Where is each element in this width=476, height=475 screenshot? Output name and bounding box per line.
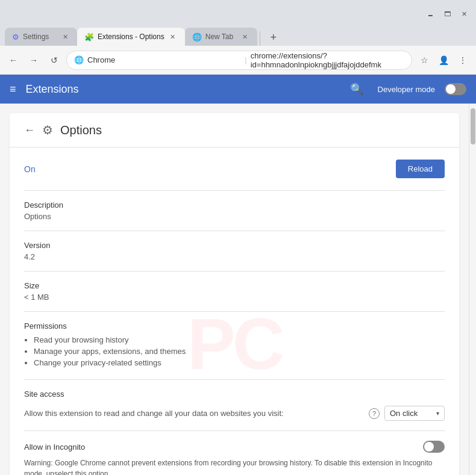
- permissions-list: Read your browsing history Manage your a…: [24, 335, 445, 367]
- menu-icon[interactable]: ≡: [10, 83, 16, 96]
- toggle-knob: [446, 84, 456, 94]
- size-row: Size < 1 MB: [24, 272, 445, 312]
- developer-mode-label: Developer mode: [378, 85, 435, 94]
- description-label: Description: [24, 200, 445, 210]
- url-protocol: Chrome: [87, 55, 241, 64]
- tab-newtab-close[interactable]: ✕: [240, 32, 250, 42]
- title-bar: 🗕 🗖 ✕: [0, 0, 476, 24]
- maximise-button[interactable]: 🗖: [440, 8, 454, 20]
- ext-tab-icon: 🧩: [84, 33, 94, 42]
- minimise-button[interactable]: 🗕: [423, 8, 437, 20]
- dropdown-arrow-icon: ▾: [436, 410, 439, 417]
- browser-frame: 🗕 🗖 ✕ ⚙ Settings ✕ 🧩 Extensions - Option…: [0, 0, 476, 475]
- site-icon: 🌐: [74, 55, 84, 65]
- incognito-row: Allow in Incognito Warning: Google Chrom…: [24, 431, 445, 475]
- extensions-title: Extensions: [26, 83, 340, 96]
- tabs-row: ⚙ Settings ✕ 🧩 Extensions - Options ✕ 🌐 …: [0, 24, 476, 46]
- url-separator: |: [245, 55, 246, 64]
- main-area: PC ← ⚙ Options On Reload Description: [0, 104, 476, 475]
- permission-item-0: Read your browsing history: [34, 335, 445, 344]
- version-label: Version: [24, 241, 445, 250]
- tab-new-tab[interactable]: 🌐 New Tab ✕: [185, 28, 257, 46]
- back-button[interactable]: ←: [5, 52, 22, 69]
- extensions-header: ≡ Extensions 🔍 Developer mode: [0, 75, 476, 104]
- address-bar[interactable]: 🌐 Chrome | chrome://extensions/?id=hhmna…: [66, 51, 412, 70]
- permission-item-2: Change your privacy-related settings: [34, 358, 445, 367]
- description-value: Options: [24, 212, 445, 221]
- permissions-row: Permissions Read your browsing history M…: [24, 312, 445, 380]
- site-access-title: Site access: [24, 390, 445, 399]
- incognito-header: Allow in Incognito: [24, 441, 445, 453]
- size-label: Size: [24, 281, 445, 290]
- title-bar-controls: 🗕 🗖 ✕: [423, 8, 471, 20]
- options-gear-icon: ⚙: [42, 123, 53, 137]
- tab-extensions-options-label: Extensions - Options: [98, 33, 164, 41]
- options-header: ← ⚙ Options: [10, 113, 459, 147]
- incognito-toggle[interactable]: [423, 441, 445, 453]
- site-access-dropdown[interactable]: On click ▾: [384, 406, 445, 421]
- permission-item-1: Manage your apps, extensions, and themes: [34, 347, 445, 356]
- new-tab-button[interactable]: +: [265, 29, 282, 46]
- size-value: < 1 MB: [24, 293, 445, 302]
- permissions-label: Permissions: [24, 321, 445, 331]
- dropdown-value: On click: [390, 409, 418, 418]
- incognito-title: Allow in Incognito: [24, 442, 85, 452]
- scrollbar[interactable]: [469, 104, 476, 475]
- site-access-description: Allow this extension to read and change …: [24, 409, 364, 418]
- description-row: Description Options: [24, 191, 445, 231]
- close-button[interactable]: ✕: [457, 8, 471, 20]
- version-value: 4.2: [24, 252, 445, 261]
- scrollbar-thumb[interactable]: [471, 108, 475, 144]
- reload-button[interactable]: Reload: [396, 160, 445, 178]
- tab-new-tab-label: New Tab: [205, 33, 233, 41]
- site-access-row: Allow this extension to read and change …: [24, 406, 445, 421]
- forward-button[interactable]: →: [25, 52, 42, 69]
- content-area: PC ← ⚙ Options On Reload Description: [0, 104, 469, 475]
- site-access-section: Site access Allow this extension to read…: [24, 380, 445, 431]
- options-content: On Reload Description Options Version 4.…: [10, 147, 459, 475]
- bookmark-icon[interactable]: ☆: [416, 52, 433, 69]
- url-full: chrome://extensions/?id=hhmnadonlnpiokng…: [251, 51, 404, 69]
- more-icon[interactable]: ⋮: [454, 52, 471, 69]
- options-back-button[interactable]: ←: [24, 124, 35, 137]
- tab-extensions-close[interactable]: ✕: [168, 32, 178, 42]
- tab-settings-label: Settings: [23, 33, 49, 41]
- address-bar-row: ← → ↺ 🌐 Chrome | chrome://extensions/?id…: [0, 46, 476, 75]
- tab-settings[interactable]: ⚙ Settings ✕: [5, 28, 77, 46]
- incognito-description: Warning: Google Chrome cannot prevent ex…: [24, 458, 445, 475]
- account-icon[interactable]: 👤: [435, 52, 452, 69]
- newtab-tab-icon: 🌐: [192, 33, 202, 42]
- version-row: Version 4.2: [24, 231, 445, 272]
- site-access-help-icon[interactable]: ?: [369, 408, 380, 419]
- settings-tab-icon: ⚙: [12, 33, 19, 42]
- reload-button[interactable]: ↺: [46, 52, 63, 69]
- developer-mode-toggle[interactable]: [445, 83, 466, 95]
- search-icon[interactable]: 🔍: [350, 82, 363, 96]
- options-page: PC ← ⚙ Options On Reload Description: [10, 113, 459, 475]
- tab-extensions-options[interactable]: 🧩 Extensions - Options ✕: [77, 28, 185, 46]
- status-row: On Reload: [24, 147, 445, 191]
- address-bar-actions: ☆ 👤 ⋮: [416, 52, 471, 69]
- tab-settings-close[interactable]: ✕: [60, 32, 70, 42]
- status-on-label: On: [24, 164, 36, 174]
- tab-divider: [260, 31, 260, 46]
- options-title: Options: [60, 123, 102, 137]
- incognito-toggle-knob: [424, 442, 434, 452]
